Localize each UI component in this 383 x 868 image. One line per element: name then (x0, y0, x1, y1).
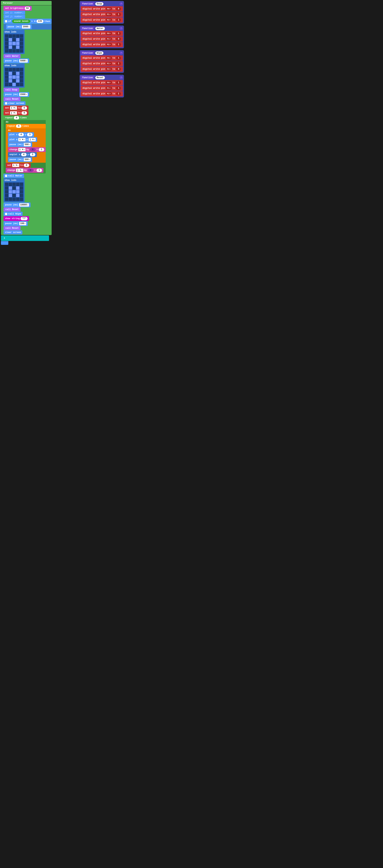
dw-soap-p1-pin[interactable]: P1 (106, 13, 111, 16)
led-cell[interactable] (20, 72, 23, 75)
dw-wipe-p2[interactable]: digital write pin P2 to 0 (81, 67, 123, 72)
show-leds-3[interactable]: show leds (3, 178, 25, 202)
dw-soap-p0-val[interactable]: 0 (116, 7, 121, 10)
led-cell[interactable] (5, 79, 8, 83)
led-cell[interactable] (9, 183, 12, 186)
change-i-1[interactable]: 1 (39, 148, 44, 151)
dw-water-p1[interactable]: digital write pin P1 to 0 (81, 36, 123, 41)
dw-reset-p2-pin[interactable]: P2 (106, 92, 111, 95)
dw-wipe-p0-val[interactable]: 1 (116, 56, 121, 60)
add-icon[interactable]: + (2, 236, 6, 240)
clear-screen-2-block[interactable]: clear screen (3, 230, 22, 235)
show-string-value[interactable]: "T" (21, 217, 28, 220)
led-cell[interactable] (5, 49, 8, 53)
led-cell[interactable] (9, 72, 12, 75)
pause-value-4[interactable]: 500 (24, 143, 31, 146)
led-cell[interactable] (9, 68, 12, 71)
if-checkbox[interactable] (5, 20, 7, 22)
show-leds-2[interactable]: show leds (3, 63, 25, 88)
led-cell[interactable] (20, 45, 23, 49)
change-j-var[interactable]: j ▼ (16, 168, 23, 172)
led-cell[interactable] (5, 190, 8, 193)
show-leds-1[interactable]: show leds (3, 30, 25, 54)
set-i-var[interactable]: i ▼ (10, 106, 17, 110)
pause-2000b-block[interactable]: pause (ms) 2000 (3, 92, 29, 97)
led-cell[interactable] (9, 197, 12, 201)
pause-10000-block[interactable]: pause (ms) 10000 (3, 203, 31, 207)
change-j-block[interactable]: change j ▼ by 0 + 1 (6, 168, 43, 173)
change-j-1[interactable]: 1 (36, 168, 42, 172)
dw-wipe-p2-pin[interactable]: P2 (106, 68, 111, 71)
led-cell[interactable] (9, 42, 12, 45)
dw-soap-p2-pin[interactable]: P2 (106, 19, 111, 22)
led-cell[interactable] (9, 34, 12, 38)
led-cell[interactable] (5, 34, 8, 38)
led-cell[interactable] (5, 186, 8, 190)
call-wipe-block[interactable]: call Wipe (3, 212, 23, 216)
led-cell[interactable] (5, 75, 8, 79)
led-cell[interactable] (16, 83, 20, 86)
dw-soap-p1-val[interactable]: 1 (116, 13, 121, 16)
led-cell[interactable] (16, 42, 20, 45)
led-cell[interactable] (9, 190, 12, 193)
led-cell[interactable] (16, 186, 20, 190)
repeat-5-val[interactable]: 5 (16, 124, 22, 128)
if-block[interactable]: if sound level > ▼ 135 then (3, 19, 52, 24)
led-cell[interactable] (5, 68, 8, 71)
led-cell[interactable] (20, 49, 23, 53)
set-i-val[interactable]: 0 (22, 106, 27, 110)
dw-soap-p2[interactable]: digital write pin P2 to 1 (81, 18, 123, 23)
led-cell[interactable] (12, 186, 16, 190)
dw-soap-p2-val[interactable]: 1 (116, 18, 121, 22)
add-bar[interactable]: + (1, 236, 49, 241)
led-cell[interactable] (16, 49, 20, 53)
unplot-y-val[interactable]: 3 (30, 153, 35, 156)
led-cell[interactable] (12, 194, 16, 197)
led-cell[interactable] (16, 34, 20, 38)
dw-water-p0[interactable]: digital write pin P0 to 1 (81, 31, 123, 36)
led-cell[interactable] (16, 194, 20, 197)
led-cell[interactable] (20, 79, 23, 83)
led-cell[interactable] (20, 190, 23, 193)
repeat-4-val[interactable]: 4 (14, 116, 19, 120)
led-cell[interactable] (16, 79, 20, 83)
unplot-block[interactable]: unplot x 4 y 3 (8, 152, 37, 157)
led-cell[interactable] (12, 197, 16, 201)
pause-value-1[interactable]: 2000 (22, 25, 30, 29)
led-cell[interactable] (20, 183, 23, 186)
led-cell[interactable] (5, 45, 8, 49)
dw-reset-p0-pin[interactable]: P0 (106, 81, 111, 84)
set-i-block[interactable]: set i ▼ to 0 (3, 105, 29, 111)
dw-wipe-p0[interactable]: digital write pin P0 to 1 (81, 56, 123, 61)
led-cell[interactable] (20, 34, 23, 38)
call-soap-block[interactable]: call Soap (3, 88, 19, 92)
call-reset-3-block[interactable]: call Reset (3, 226, 21, 230)
led-cell[interactable] (20, 38, 23, 41)
function-wipe-collapse[interactable]: ⌃ (120, 52, 123, 55)
led-cell[interactable] (16, 183, 20, 186)
led-grid-3[interactable] (4, 182, 24, 202)
led-cell[interactable] (12, 45, 16, 49)
call-reset-2-block[interactable]: call Reset (3, 208, 21, 212)
led-cell[interactable] (16, 190, 20, 193)
led-cell[interactable] (12, 183, 16, 186)
brightness-value[interactable]: 50 (25, 7, 30, 10)
pause-500a-block[interactable]: pause (ms) 500 (8, 142, 32, 147)
dw-soap-p1[interactable]: digital write pin P1 to 1 (81, 12, 123, 17)
pause-value-6[interactable]: 10000 (19, 203, 29, 207)
clear-screen-1-checkbox[interactable] (5, 102, 7, 104)
pause-500b-block[interactable]: pause (ms) 500 (8, 157, 32, 162)
pause-100-block[interactable]: pause (ms) 100 (3, 221, 28, 226)
dw-reset-p1-val[interactable]: 1 (116, 87, 121, 90)
led-cell[interactable] (9, 49, 12, 53)
led-cell[interactable] (16, 45, 20, 49)
led-cell[interactable] (20, 83, 23, 86)
led-cell[interactable] (20, 42, 23, 45)
forever-block[interactable]: forever (1, 1, 52, 5)
led-cell[interactable] (12, 34, 16, 38)
dw-wipe-p2-val[interactable]: 0 (116, 67, 121, 71)
set-j-val[interactable]: 0 (22, 111, 27, 115)
repeat-4-block[interactable]: repeat 4 times do repeat 5 times (3, 116, 46, 174)
led-cell[interactable] (9, 194, 12, 197)
led-cell[interactable] (5, 38, 8, 41)
